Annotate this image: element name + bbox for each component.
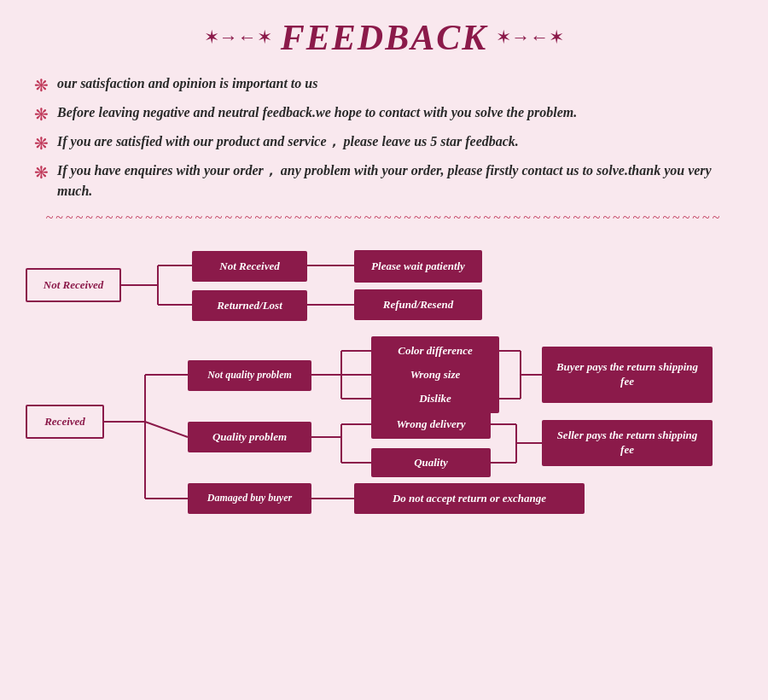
header: ✶→←✶ FEEDBACK ✶→←✶	[26, 17, 742, 58]
buyer-pays-box: Buyer pays the return shipping fee	[542, 347, 713, 403]
dislike-box: Dislike	[371, 384, 499, 413]
flowchart: Not Received Not Received Returned/Lost …	[26, 242, 759, 567]
wrong-delivery-box: Wrong delivery	[371, 410, 491, 439]
header-decoration-left: ✶→←✶	[204, 26, 272, 49]
bullet-item-1: ❋ our satisfaction and opinion is import…	[34, 73, 734, 96]
bullet-text-1: our satisfaction and opinion is importan…	[57, 73, 317, 94]
page-title: FEEDBACK	[281, 17, 487, 58]
not-received-root-box: Not Received	[26, 268, 121, 302]
quality-problem-box: Quality problem	[188, 422, 311, 452]
bullet-icon-1: ❋	[34, 75, 49, 96]
please-wait-box: Please wait patiently	[354, 250, 482, 283]
damaged-buy-buyer-box: Damaged buy buyer	[188, 483, 311, 514]
seller-pays-box: Seller pays the return shipping fee	[542, 420, 713, 466]
bullet-item-4: ❋ If you have enquires with your order， …	[34, 160, 734, 201]
bullet-icon-3: ❋	[34, 133, 49, 154]
divider-decoration: ~~~~~~~~~~~~~~~~~~~~~~~~~~~~~~~~~~~~~~~~…	[26, 210, 742, 225]
refund-resend-box: Refund/Resend	[354, 289, 482, 320]
bullet-text-4: If you have enquires with your order， an…	[57, 160, 734, 201]
bullet-list: ❋ our satisfaction and opinion is import…	[34, 73, 734, 201]
do-not-accept-box: Do not accept return or exchange	[354, 483, 585, 514]
bullet-icon-4: ❋	[34, 162, 49, 183]
bullet-text-2: Before leaving negative and neutral feed…	[57, 102, 577, 123]
quality-box: Quality	[371, 448, 491, 477]
not-quality-problem-box: Not quality problem	[188, 360, 311, 391]
bullet-icon-2: ❋	[34, 104, 49, 125]
received-root-box: Received	[26, 405, 104, 439]
bullet-item-3: ❋ If you are satisfied with our product …	[34, 131, 734, 154]
not-received-branch-box: Not Received	[192, 251, 307, 282]
bullet-text-3: If you are satisfied with our product an…	[57, 131, 519, 152]
returned-lost-box: Returned/Lost	[192, 290, 307, 321]
header-decoration-right: ✶→←✶	[496, 26, 564, 49]
svg-line-9	[145, 422, 188, 437]
bullet-item-2: ❋ Before leaving negative and neutral fe…	[34, 102, 734, 125]
